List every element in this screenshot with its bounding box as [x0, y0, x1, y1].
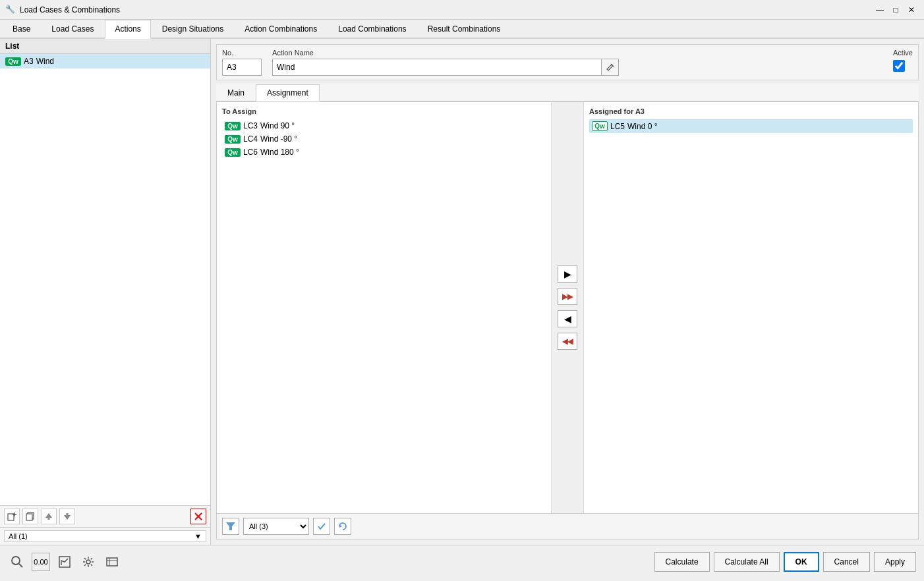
assigned-header: Assigned for A3	[589, 107, 913, 115]
title-bar: 🔧 Load Cases & Combinations — □ ✕	[0, 0, 924, 20]
to-assign-tag-lc4: Qw	[225, 135, 241, 144]
calculate-all-button[interactable]: Calculate All	[714, 552, 780, 572]
to-assign-tag-lc3: Qw	[225, 122, 241, 130]
no-field: No.	[222, 49, 262, 76]
ok-button[interactable]: OK	[784, 552, 819, 572]
svg-marker-7	[64, 515, 71, 520]
bottom-bar: 0.00 Calculate Calculate All OK Cancel A…	[0, 545, 924, 578]
svg-point-14	[12, 557, 20, 565]
list-header: List	[0, 39, 210, 54]
filter-dropdown[interactable]: All (3) Active	[243, 518, 309, 535]
move-down-button[interactable]	[59, 509, 75, 524]
assign-toolbar: All (3) Active	[216, 514, 919, 540]
tab-action-combinations[interactable]: Action Combinations	[235, 20, 327, 38]
svg-point-17	[86, 560, 90, 564]
tab-assignment[interactable]: Assignment	[256, 84, 320, 101]
assigned-lc5-desc: Wind 0 °	[627, 122, 657, 131]
svg-rect-18	[107, 558, 117, 566]
tab-result-combinations[interactable]: Result Combinations	[418, 20, 511, 38]
svg-marker-5	[45, 513, 52, 518]
tab-load-combinations[interactable]: Load Combinations	[328, 20, 416, 38]
new-item-button[interactable]	[4, 509, 20, 524]
assigned-tag-lc5: Qw	[592, 121, 608, 131]
assigned-list: Qw LC5 Wind 0 °	[589, 119, 913, 508]
duplicate-button[interactable]	[22, 509, 38, 524]
no-label: No.	[222, 49, 262, 57]
edit-action-name-button[interactable]	[602, 59, 619, 76]
bottom-right-buttons: Calculate Calculate All OK Cancel Apply	[654, 552, 916, 572]
to-assign-lc3-id: LC3	[243, 121, 258, 130]
list-item-number: A3	[24, 57, 34, 66]
calculate-button[interactable]: Calculate	[654, 552, 710, 572]
to-assign-lc3-desc: Wind 90 °	[260, 121, 295, 130]
to-assign-item-lc6[interactable]: Qw LC6 Wind 180 °	[222, 146, 546, 159]
to-assign-header: To Assign	[222, 107, 546, 115]
assign-one-button[interactable]: ▶	[558, 265, 577, 283]
list-item-name: Wind	[36, 57, 54, 66]
list-area: Qw A3 Wind	[0, 54, 210, 505]
move-up-button[interactable]	[41, 509, 57, 524]
assignment-container: To Assign Qw LC3 Wind 90 ° Qw LC4 Wind -…	[216, 101, 919, 514]
action-name-label: Action Name	[272, 49, 619, 57]
info-icon[interactable]	[103, 553, 121, 571]
svg-rect-4	[26, 514, 32, 520]
apply-button[interactable]: Apply	[874, 552, 916, 572]
diagram-icon[interactable]	[55, 553, 74, 571]
action-name-input[interactable]	[272, 59, 602, 76]
active-field: Active	[893, 49, 913, 72]
main-content: List Qw A3 Wind	[0, 39, 924, 545]
list-item-tag: Qw	[5, 57, 21, 66]
tab-base[interactable]: Base	[3, 20, 40, 38]
check-all-button[interactable]	[313, 518, 330, 535]
to-assign-lc6-id: LC6	[243, 148, 258, 157]
minimize-button[interactable]: —	[873, 3, 887, 17]
window-title: Load Cases & Combinations	[20, 5, 120, 14]
svg-rect-6	[48, 518, 50, 520]
svg-marker-12	[226, 522, 235, 530]
to-assign-lc4-desc: Wind -90 °	[260, 134, 297, 144]
remove-one-button[interactable]: ◀	[558, 310, 577, 327]
no-input[interactable]	[222, 59, 262, 76]
refresh-button[interactable]	[334, 518, 351, 535]
cancel-button[interactable]: Cancel	[823, 552, 870, 572]
value-icon[interactable]: 0.00	[32, 553, 50, 571]
maximize-button[interactable]: □	[888, 3, 903, 17]
to-assign-tag-lc6: Qw	[225, 148, 241, 157]
tab-design-situations[interactable]: Design Situations	[152, 20, 233, 38]
arrow-panel: ▶ ▶▶ ◀ ◀◀	[551, 102, 584, 513]
window-controls: — □ ✕	[873, 3, 919, 17]
assigned-lc5-id: LC5	[610, 122, 625, 131]
active-checkbox[interactable]	[893, 60, 905, 72]
list-item[interactable]: Qw A3 Wind	[0, 54, 210, 69]
action-name-field: Action Name	[272, 49, 619, 76]
form-row: No. Action Name Active	[216, 44, 919, 80]
active-label: Active	[893, 49, 913, 57]
to-assign-item-lc4[interactable]: Qw LC4 Wind -90 °	[222, 132, 546, 146]
settings-icon[interactable]	[79, 553, 98, 571]
filter-button[interactable]	[222, 518, 239, 535]
bottom-left-icons: 0.00	[8, 553, 121, 571]
svg-line-15	[19, 564, 22, 567]
chevron-down-icon: ▼	[194, 532, 202, 540]
remove-all-button[interactable]: ◀◀	[558, 333, 577, 350]
tab-load-cases[interactable]: Load Cases	[42, 20, 103, 38]
assign-all-button[interactable]: ▶▶	[558, 288, 577, 305]
right-panel: No. Action Name Active Main Assignment	[211, 39, 924, 545]
assigned-item-lc5[interactable]: Qw LC5 Wind 0 °	[589, 119, 913, 133]
menu-tabs: Base Load Cases Actions Design Situation…	[0, 20, 924, 39]
list-filter-dropdown[interactable]: All (1) ▼	[4, 530, 206, 542]
close-button[interactable]: ✕	[904, 3, 919, 17]
to-assign-panel: To Assign Qw LC3 Wind 90 ° Qw LC4 Wind -…	[217, 102, 551, 513]
search-icon[interactable]	[8, 553, 26, 571]
to-assign-item-lc3[interactable]: Qw LC3 Wind 90 °	[222, 119, 546, 132]
tab-actions[interactable]: Actions	[105, 20, 150, 39]
left-panel: List Qw A3 Wind	[0, 39, 211, 545]
to-assign-lc4-id: LC4	[243, 134, 258, 144]
inner-tabs: Main Assignment	[216, 84, 919, 101]
delete-button[interactable]	[190, 509, 206, 524]
app-icon: 🔧	[5, 5, 16, 15]
list-toolbar	[0, 505, 210, 527]
assigned-panel: Assigned for A3 Qw LC5 Wind 0 °	[584, 102, 918, 513]
tab-main[interactable]: Main	[216, 84, 256, 101]
svg-rect-8	[67, 513, 69, 515]
